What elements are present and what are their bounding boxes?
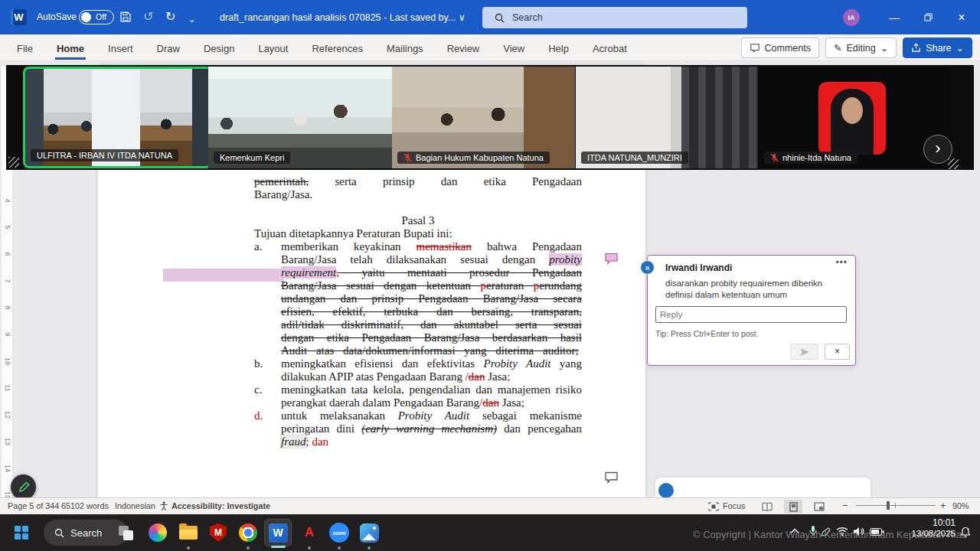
tab-file[interactable]: File [15,36,34,60]
word-app-icon[interactable]: W [11,9,27,25]
task-view-icon [119,526,133,540]
tray-expand-chevron[interactable] [790,528,799,534]
deleted-text: memastikan [416,240,472,253]
zoom-in-button[interactable]: + [940,500,946,511]
running-indicator [368,546,371,549]
tab-layout[interactable]: Layout [256,36,289,60]
file-explorer-button[interactable] [175,519,202,546]
deleted-text: eraturan [486,279,534,292]
copilot-button[interactable] [144,519,172,546]
mcafee-icon: M [210,523,227,542]
zoom-slider-thumb[interactable] [887,501,890,510]
participant-name: ITDA NATUNA_MUNZIRI [587,153,682,162]
taskbar-clock[interactable]: 10:01 13/08/2025 [888,517,956,538]
annotation-pencil-button[interactable] [11,474,36,500]
comment-more-options-button[interactable]: ••• [835,257,848,268]
search-box[interactable]: Search [482,7,747,28]
video-tile[interactable]: nhinie-Itda Natuna [759,67,949,168]
tab-references[interactable]: References [310,36,364,60]
body-text: Jasa; [499,396,524,409]
quick-access-toolbar-chevron[interactable]: ⌄ [188,11,195,27]
comment-bubble-icon-active[interactable] [604,253,619,266]
tab-home[interactable]: Home [55,36,86,60]
notification-bell-icon[interactable]: z [960,527,971,538]
accessibility-status[interactable]: Accessibility: Investigate [172,501,270,510]
participant-name: nhinie-Itda Natuna [782,153,851,162]
tab-design[interactable]: Design [202,36,236,60]
tab-draw[interactable]: Draw [155,36,181,60]
comment-card-partial[interactable] [655,478,871,497]
chrome-button[interactable] [234,519,262,546]
volume-icon[interactable] [853,527,864,536]
autosave-toggle[interactable]: Off [79,10,114,24]
comments-button[interactable]: Comments [741,37,819,58]
comment-bubble-icon[interactable] [604,471,619,484]
share-label: Share [926,43,951,54]
document-text[interactable]: pemerintah, serta prinsip dan etika Peng… [254,175,582,497]
restore-icon [924,13,933,21]
language-indicator[interactable]: Indonesian [115,501,155,510]
comment-post-button[interactable] [790,344,818,360]
word-count[interactable]: 65102 words [61,501,109,510]
comment-cancel-button[interactable]: × [825,344,850,360]
editing-mode-button[interactable]: ✎ Editing ⌄ [825,37,897,58]
zoom-percentage[interactable]: 90% [952,501,969,510]
video-tile-active-speaker[interactable]: ULFITRA - IRBAN IV ITDA NATUNA [23,67,213,168]
mcafee-button[interactable]: M [204,519,232,546]
share-button[interactable]: Share ⌄ [903,37,972,58]
acrobat-button[interactable]: A [296,519,323,546]
tab-view[interactable]: View [501,36,526,60]
video-tile[interactable]: Kemenkum Kepri [208,67,392,168]
mic-muted-icon [770,153,779,162]
tab-mailings[interactable]: Mailings [385,36,425,60]
save-button[interactable] [119,11,132,23]
comment-card[interactable]: II Irwandi Irwandi ••• disarankan probit… [647,255,856,366]
task-view-button[interactable] [112,519,139,546]
print-layout-button[interactable] [784,500,802,514]
resize-grip[interactable] [8,157,19,168]
read-mode-button[interactable] [758,500,776,514]
tab-review[interactable]: Review [446,36,482,60]
word-taskbar-button[interactable]: W [264,519,292,546]
autosave-state: Off [96,12,106,21]
zoom-app-button[interactable]: zoom [325,519,353,546]
zoom-slider-track[interactable] [856,505,936,506]
redo-button[interactable]: ↻ [165,9,175,24]
tab-insert[interactable]: Insert [106,36,135,60]
page-indicator[interactable]: Page 5 of 344 [8,501,59,510]
comments-label: Comments [765,43,811,54]
microphone-tray-icon[interactable] [808,525,818,536]
zoom-meeting-strip[interactable]: ULFITRA - IRBAN IV ITDA NATUNA Kemenkum … [6,65,974,170]
document-title[interactable]: draft_rancangan hasil analisis 070825 - … [220,11,466,23]
profile-photo [818,82,886,155]
inserted-text: p [481,279,487,292]
mic-muted-icon [403,153,412,162]
tab-acrobat[interactable]: Acrobat [591,36,629,60]
wifi-icon[interactable] [836,527,848,536]
ribbon-tab-bar: File Home Insert Draw Design Layout Refe… [0,34,980,61]
zoom-out-button[interactable]: − [842,500,848,511]
pen-tray-icon[interactable] [821,527,831,536]
autosave-label: AutoSave [37,11,77,22]
focus-button[interactable]: Focus [723,501,745,510]
comment-body-text: disarankan probity requairemen diberikn … [665,278,848,301]
close-button[interactable]: × [945,0,978,34]
video-tile[interactable]: ITDA NATUNA_MUNZIRI [576,67,758,168]
deleted-text: pemerintah, [254,175,309,187]
undo-button[interactable]: ↺ [143,9,153,24]
start-button[interactable] [15,526,28,540]
search-placeholder: Search [512,12,543,23]
web-layout-button[interactable] [810,500,828,514]
resize-grip[interactable] [948,158,959,169]
active-app-indicator [271,546,286,548]
tab-help[interactable]: Help [547,36,570,60]
comment-tip-text: Tip: Press Ctrl+Enter to post. [655,329,759,338]
video-tile[interactable]: Bagian Hukum Kabupaten Natuna [392,67,575,168]
account-avatar[interactable]: IA [843,9,860,26]
battery-icon[interactable] [870,528,884,536]
restore-button[interactable] [911,0,945,34]
minimize-button[interactable]: — [877,0,911,34]
accessibility-icon [159,501,168,511]
photos-button[interactable] [355,519,383,546]
comment-reply-input[interactable] [655,306,847,323]
